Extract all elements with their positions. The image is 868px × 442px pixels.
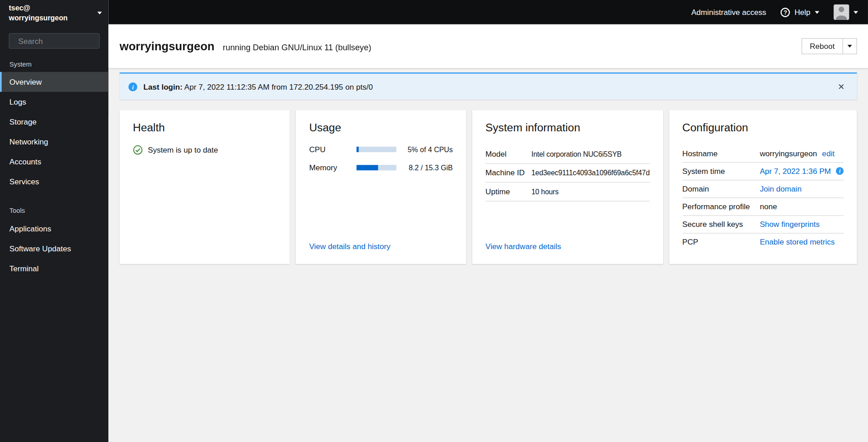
- model-value: Intel corporation NUC6i5SYB: [531, 150, 650, 158]
- memory-label: Memory: [309, 163, 357, 172]
- performance-profile-value: none: [760, 202, 844, 211]
- machine-id-row: Machine ID 1ed3eec9111c4093a1096f69a6c5f…: [486, 164, 650, 183]
- question-circle-icon: ?: [781, 7, 790, 17]
- os-subtitle: running Debian GNU/Linux 11 (bullseye): [223, 41, 371, 52]
- system-time-value-group: Apr 7, 2022 1:36 PM i: [760, 167, 844, 176]
- content-area: i Last login: Apr 7, 2022 11:12:35 AM fr…: [108, 68, 868, 442]
- model-label: Model: [486, 149, 526, 159]
- sidebar-item-applications[interactable]: Applications: [0, 219, 108, 239]
- machine-id-label: Machine ID: [486, 168, 526, 177]
- nav-section-system-label: System: [0, 50, 108, 72]
- page-title: worryingsurgeon: [120, 39, 215, 53]
- reboot-split-button: Reboot: [801, 38, 857, 54]
- uptime-value: 10 hours: [531, 187, 650, 196]
- cpu-progress-fill: [357, 147, 358, 152]
- system-time-link[interactable]: Apr 7, 2022 1:36 PM: [760, 167, 831, 176]
- domain-label: Domain: [682, 184, 760, 193]
- secure-shell-keys-row: Secure shell keys Show fingerprints: [682, 216, 844, 234]
- check-circle-icon: [133, 145, 143, 155]
- model-row: Model Intel corporation NUC6i5SYB: [486, 145, 650, 164]
- masthead: Administrative access ? Help: [108, 0, 868, 24]
- chevron-down-icon: [97, 12, 102, 14]
- host-switcher-label: tsec@ worryingsurgeon: [9, 3, 68, 23]
- reboot-menu-toggle[interactable]: [843, 38, 857, 54]
- host-name: worryingsurgeon: [9, 13, 68, 23]
- close-icon[interactable]: ✕: [834, 82, 848, 92]
- info-circle-icon[interactable]: i: [836, 167, 844, 175]
- info-circle-icon: i: [128, 82, 137, 91]
- secure-shell-keys-label: Secure shell keys: [682, 220, 760, 229]
- show-fingerprints-link[interactable]: Show fingerprints: [760, 220, 820, 229]
- cpu-progress-bar: [357, 147, 396, 152]
- memory-progress-fill: [357, 165, 378, 170]
- host-switcher[interactable]: tsec@ worryingsurgeon: [0, 0, 108, 26]
- page: tsec@ worryingsurgeon System Overview Lo…: [0, 0, 868, 442]
- main-column: Administrative access ? Help worryingsur…: [108, 0, 868, 442]
- usage-card: Usage CPU 5% of 4 CPUs Memory: [296, 110, 466, 264]
- pcp-value-group: Enable stored metrics: [760, 237, 844, 246]
- search-input[interactable]: [18, 37, 118, 46]
- hostname-edit-link[interactable]: edit: [822, 149, 835, 158]
- system-time-row: System time Apr 7, 2022 1:36 PM i: [682, 163, 844, 180]
- page-header: worryingsurgeon running Debian GNU/Linux…: [108, 24, 868, 68]
- session-menu-button[interactable]: [834, 5, 858, 20]
- hostname-value: worryingsurgeon: [760, 149, 817, 158]
- pcp-label: PCP: [682, 237, 760, 246]
- cpu-usage-detail: 5% of 4 CPUs: [402, 145, 453, 154]
- sidebar-item-overview[interactable]: Overview: [0, 72, 108, 92]
- nav-section-tools-label: Tools: [0, 192, 108, 219]
- secure-shell-keys-value-group: Show fingerprints: [760, 220, 844, 229]
- usage-card-title: Usage: [309, 121, 453, 134]
- sidebar-item-terminal[interactable]: Terminal: [0, 259, 108, 279]
- sidebar: tsec@ worryingsurgeon System Overview Lo…: [0, 0, 108, 442]
- enable-stored-metrics-link[interactable]: Enable stored metrics: [760, 237, 834, 246]
- caret-down-icon: [815, 11, 820, 14]
- help-menu-button[interactable]: ? Help: [781, 7, 819, 17]
- view-details-history-link[interactable]: View details and history: [309, 242, 390, 251]
- uptime-label: Uptime: [486, 187, 526, 196]
- memory-progress-bar: [357, 165, 396, 170]
- hostname-label: Hostname: [682, 149, 760, 158]
- pcp-row: PCP Enable stored metrics: [682, 234, 844, 251]
- alert-label: Last login:: [143, 82, 182, 91]
- machine-id-value: 1ed3eec9111c4093a1096f69a6c5f47d: [531, 169, 650, 177]
- system-information-card: System information Model Intel corporati…: [472, 110, 663, 264]
- uptime-row: Uptime 10 hours: [486, 183, 650, 202]
- sidebar-item-networking[interactable]: Networking: [0, 132, 108, 152]
- last-login-alert: i Last login: Apr 7, 2022 11:12:35 AM fr…: [120, 72, 857, 100]
- sidebar-item-software-updates[interactable]: Software Updates: [0, 239, 108, 259]
- cpu-label: CPU: [309, 145, 357, 154]
- health-card: Health System is up to date: [120, 110, 290, 264]
- system-information-title: System information: [486, 121, 650, 134]
- health-status-text: System is up to date: [148, 145, 218, 154]
- reboot-button[interactable]: Reboot: [801, 38, 843, 54]
- configuration-card: Configuration Hostname worryingsurgeon e…: [669, 110, 857, 264]
- view-hardware-details-link[interactable]: View hardware details: [486, 242, 561, 251]
- domain-row: Domain Join domain: [682, 180, 844, 198]
- performance-profile-label: Performance profile: [682, 202, 760, 211]
- caret-down-icon: [848, 45, 852, 48]
- administrative-access-label: Administrative access: [691, 8, 766, 17]
- app-frame: tsec@ worryingsurgeon System Overview Lo…: [0, 0, 868, 442]
- sidebar-item-storage[interactable]: Storage: [0, 112, 108, 132]
- sidebar-nav: System Overview Logs Storage Networking …: [0, 50, 108, 279]
- performance-profile-row: Performance profile none: [682, 198, 844, 216]
- cpu-usage-row: CPU 5% of 4 CPUs: [309, 145, 453, 154]
- alert-text: Last login: Apr 7, 2022 11:12:35 AM from…: [143, 82, 373, 91]
- system-time-label: System time: [682, 167, 760, 176]
- avatar: [834, 5, 849, 20]
- health-status-row: System is up to date: [133, 145, 276, 155]
- join-domain-link[interactable]: Join domain: [760, 184, 801, 193]
- memory-usage-row: Memory 8.2 / 15.3 GiB: [309, 163, 453, 172]
- caret-down-icon: [854, 11, 858, 14]
- alert-message: Apr 7, 2022 11:12:35 AM from 172.20.254.…: [183, 82, 373, 91]
- health-card-title: Health: [133, 121, 276, 134]
- administrative-access-button[interactable]: Administrative access: [691, 8, 766, 17]
- hostname-row: Hostname worryingsurgeon edit: [682, 145, 844, 163]
- help-label: Help: [795, 8, 810, 17]
- sidebar-item-logs[interactable]: Logs: [0, 92, 108, 112]
- configuration-title: Configuration: [682, 121, 844, 134]
- domain-value-group: Join domain: [760, 184, 844, 193]
- sidebar-item-accounts[interactable]: Accounts: [0, 152, 108, 172]
- sidebar-item-services[interactable]: Services: [0, 172, 108, 192]
